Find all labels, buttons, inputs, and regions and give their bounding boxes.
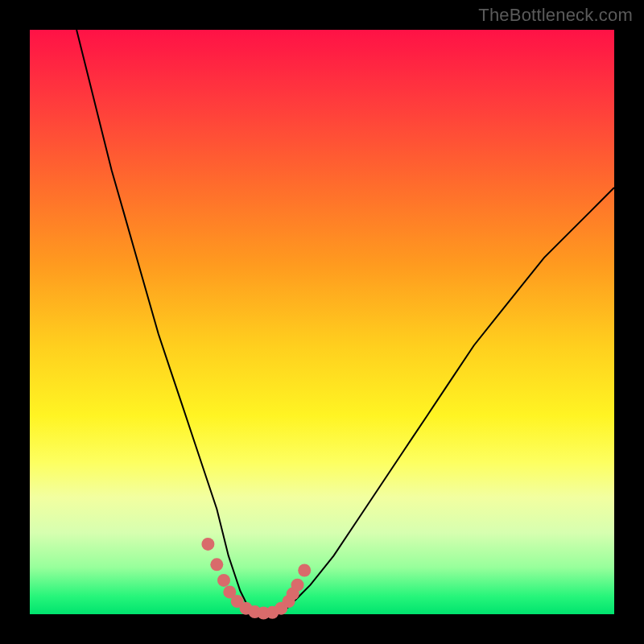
marker-dot: [298, 564, 311, 577]
bottleneck-curve: [76, 30, 614, 614]
chart-frame: TheBottleneck.com: [0, 0, 644, 644]
marker-group: [201, 538, 311, 620]
marker-dot: [210, 558, 223, 571]
marker-dot: [201, 538, 214, 551]
marker-dot: [291, 579, 304, 592]
marker-dot: [217, 574, 230, 587]
chart-svg: [30, 30, 614, 614]
plot-area: [30, 30, 614, 614]
watermark-text: TheBottleneck.com: [478, 5, 633, 26]
